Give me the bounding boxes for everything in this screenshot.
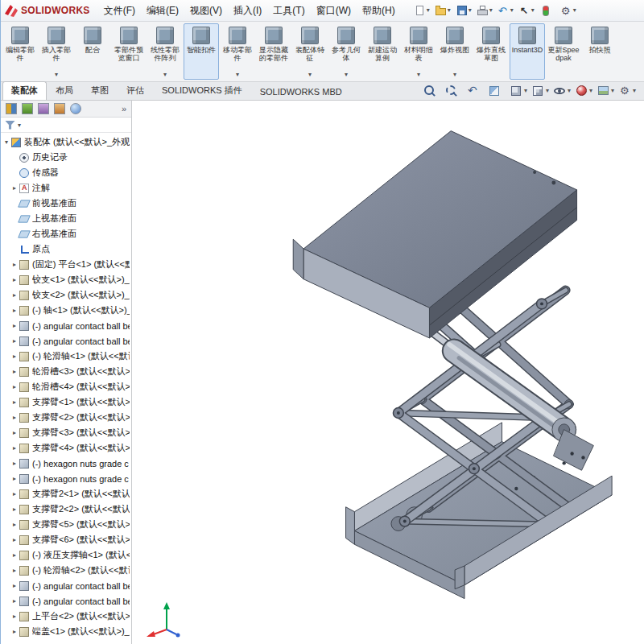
tree-item[interactable]: 前视基准面 bbox=[1, 196, 131, 211]
expand-caret-icon[interactable]: ▸ bbox=[10, 291, 19, 299]
ribbon-button[interactable]: 更新Speedpak ▾ bbox=[546, 23, 581, 80]
expand-caret-icon[interactable]: ▾ bbox=[2, 138, 10, 146]
graphics-viewport[interactable] bbox=[132, 101, 644, 644]
menu-item[interactable]: 工具(T) bbox=[267, 1, 310, 21]
expand-caret-icon[interactable]: ▸ bbox=[10, 337, 19, 345]
tree-item[interactable]: ▸ (-) 液压支撑轴<1> (默认<<默... bbox=[1, 547, 131, 563]
tree-item[interactable]: ▸ 支撑臂<5> (默认<<默认>)_显示... bbox=[1, 517, 131, 532]
ribbon-button[interactable]: 插入零部件 ▾ bbox=[39, 23, 74, 80]
view-tool-button[interactable]: ▾ bbox=[618, 85, 636, 97]
tree-item[interactable]: ▸ 轮滑槽<4> (默认<<默认>)_显示... bbox=[1, 379, 131, 394]
tree-item[interactable]: ▸ 端盖<1> (默认<<默认>)_显示状... bbox=[1, 624, 131, 639]
tree-item[interactable]: 历史记录 bbox=[1, 150, 131, 165]
expand-caret-icon[interactable]: ▸ bbox=[10, 506, 19, 513]
expand-caret-icon[interactable]: ▸ bbox=[10, 460, 19, 467]
view-tool-button[interactable]: ▾ bbox=[444, 85, 462, 97]
expand-caret-icon[interactable]: ▸ bbox=[10, 184, 19, 192]
dimxpertmanager-tab-icon[interactable] bbox=[54, 103, 65, 114]
ribbon-button[interactable]: 配合 ▾ bbox=[75, 23, 110, 80]
tree-item[interactable]: ▸ 支撑臂<2> (默认<<默认>)_显示... bbox=[1, 410, 131, 425]
menu-item[interactable]: 插入(I) bbox=[228, 1, 267, 21]
tree-item[interactable]: ▸ (-) angular contact ball bearin bbox=[1, 333, 131, 349]
command-tab[interactable]: 布局 bbox=[47, 81, 82, 100]
command-tab[interactable]: 草图 bbox=[82, 81, 118, 100]
tree-item[interactable]: 右视基准面 bbox=[1, 226, 131, 242]
quick-access-button[interactable]: ▾ bbox=[412, 4, 431, 18]
expand-caret-icon[interactable]: ▸ bbox=[10, 398, 19, 406]
quick-access-button[interactable]: ▾ bbox=[475, 4, 494, 18]
ribbon-button[interactable]: 爆炸视图 ▾ bbox=[437, 23, 473, 80]
ribbon-button[interactable]: 零部件预览窗口 ▾ bbox=[111, 23, 147, 80]
menu-item[interactable]: 窗口(W) bbox=[311, 1, 357, 21]
expand-caret-icon[interactable]: ▸ bbox=[10, 322, 19, 329]
configurationmanager-tab-icon[interactable] bbox=[38, 103, 49, 114]
expand-caret-icon[interactable]: ▸ bbox=[10, 628, 19, 635]
expand-caret-icon[interactable]: ▸ bbox=[10, 307, 19, 314]
ribbon-button[interactable]: 材料明细表 ▾ bbox=[401, 23, 436, 80]
tree-item[interactable]: ▸ 轮滑槽<3> (默认<<默认>)_显示... bbox=[1, 364, 131, 379]
tree-item[interactable]: ▸ 支撑臂<4> (默认<<默认>)_显示... bbox=[1, 440, 131, 456]
tree-item[interactable]: ▸ 支撑臂2<2> (默认<<默认>)_显... bbox=[1, 502, 131, 517]
tree-item[interactable]: ▸ (-) angular contact ball bearin bbox=[1, 578, 131, 593]
expand-caret-icon[interactable]: ▸ bbox=[10, 276, 19, 283]
expand-caret-icon[interactable]: ▸ bbox=[10, 551, 19, 559]
propertymanager-tab-icon[interactable] bbox=[22, 103, 33, 114]
expand-caret-icon[interactable]: ▸ bbox=[10, 261, 19, 268]
ribbon-button[interactable]: 智能扣件 ▾ bbox=[184, 23, 219, 80]
tree-item[interactable]: ▾ 装配体 (默认<<默认>_外观 显示状... bbox=[1, 134, 131, 150]
tree-item[interactable]: ▸ (-) 轴<1> (默认<<默认>)_显示状... bbox=[1, 303, 131, 318]
tree-item[interactable]: ▸ 上平台<2> (默认<<默认>)_显示状... bbox=[1, 609, 131, 624]
menu-item[interactable]: 文件(F) bbox=[98, 1, 141, 21]
ribbon-button[interactable]: 显示隐藏的零部件 ▾ bbox=[256, 23, 291, 80]
expand-caret-icon[interactable]: ▸ bbox=[10, 383, 19, 390]
view-tool-button[interactable]: ▾ bbox=[510, 85, 527, 97]
tree-item[interactable]: ▸ (固定) 平台<1> (默认<<默认>_显示状... bbox=[1, 257, 131, 272]
view-tool-button[interactable]: ▾ bbox=[597, 85, 614, 97]
ribbon-button[interactable]: 装配体特征 ▾ bbox=[292, 23, 328, 80]
expand-caret-icon[interactable]: ▸ bbox=[10, 521, 19, 528]
quick-access-button[interactable]: ▾ bbox=[538, 4, 557, 18]
tree-item[interactable]: ▸ (-) 轮滑轴<2> (默认<<默认>_显... bbox=[1, 563, 131, 578]
tree-item[interactable]: 原点 bbox=[1, 242, 131, 257]
tree-item[interactable]: ▸ 注解 bbox=[1, 180, 131, 196]
panel-chevron-icon[interactable]: » bbox=[122, 104, 126, 114]
command-tab[interactable]: 评估 bbox=[118, 81, 153, 100]
tree-item[interactable]: ▸ (-) hexagon nuts grade c gb<... bbox=[1, 456, 131, 471]
view-tool-button[interactable]: ▾ bbox=[466, 85, 484, 97]
expand-caret-icon[interactable]: ▸ bbox=[10, 429, 19, 436]
tree-item[interactable]: ▸ 铰支<2> (默认<<默认>)_显示状... bbox=[1, 287, 131, 303]
expand-caret-icon[interactable]: ▸ bbox=[10, 414, 19, 421]
tree-item[interactable]: ▸ 支撑臂<6> (默认<<默认>)_显示... bbox=[1, 532, 131, 547]
ribbon-button[interactable]: 编辑零部件 ▾ bbox=[2, 23, 38, 80]
expand-caret-icon[interactable]: ▸ bbox=[10, 368, 19, 375]
ribbon-button[interactable]: 爆炸直线草图 ▾ bbox=[473, 23, 509, 80]
tree-item[interactable]: ▸ (-) angular contact ball bearin bbox=[1, 318, 131, 333]
quick-access-button[interactable]: ▾ bbox=[559, 4, 578, 18]
ribbon-button[interactable]: 新建运动算例 ▾ bbox=[365, 23, 400, 80]
command-tab[interactable]: 装配体 bbox=[2, 81, 47, 100]
ribbon-button[interactable]: 参考几何体 ▾ bbox=[328, 23, 364, 80]
tree-item[interactable]: ▸ 支撑臂<1> (默认<<默认>)_显示... bbox=[1, 394, 131, 410]
quick-access-button[interactable]: ▾ bbox=[433, 4, 452, 18]
expand-caret-icon[interactable]: ▸ bbox=[10, 582, 19, 589]
tree-item[interactable]: ▸ 支撑臂2<1> (默认<<默认>)_显... bbox=[1, 486, 131, 502]
featuremanager-tab-icon[interactable] bbox=[6, 103, 17, 114]
ribbon-button[interactable]: 线性零部件阵列 ▾ bbox=[147, 23, 183, 80]
quick-access-button[interactable]: ▾ bbox=[496, 4, 515, 18]
quick-access-button[interactable]: ▾ bbox=[517, 4, 536, 18]
filter-caret-icon[interactable]: ▾ bbox=[18, 122, 21, 129]
quick-access-button[interactable]: ▾ bbox=[454, 4, 473, 18]
expand-caret-icon[interactable]: ▸ bbox=[10, 597, 19, 605]
expand-caret-icon[interactable]: ▸ bbox=[10, 475, 19, 482]
ribbon-button[interactable]: 移动零部件 ▾ bbox=[220, 23, 255, 80]
menu-item[interactable]: 帮助(H) bbox=[357, 1, 401, 21]
expand-caret-icon[interactable]: ▸ bbox=[10, 613, 19, 620]
command-tab[interactable]: SOLIDWORKS MBD bbox=[251, 84, 351, 100]
menu-item[interactable]: 视图(V) bbox=[184, 1, 228, 21]
filter-icon[interactable] bbox=[5, 121, 15, 130]
expand-caret-icon[interactable]: ▸ bbox=[10, 444, 19, 452]
expand-caret-icon[interactable]: ▸ bbox=[10, 536, 19, 543]
menu-item[interactable]: 编辑(E) bbox=[141, 1, 184, 21]
tree-item[interactable]: ▸ (-) 轮滑轴<1> (默认<<默认>_显... bbox=[1, 349, 131, 364]
tree-item[interactable]: 上视基准面 bbox=[1, 211, 131, 226]
